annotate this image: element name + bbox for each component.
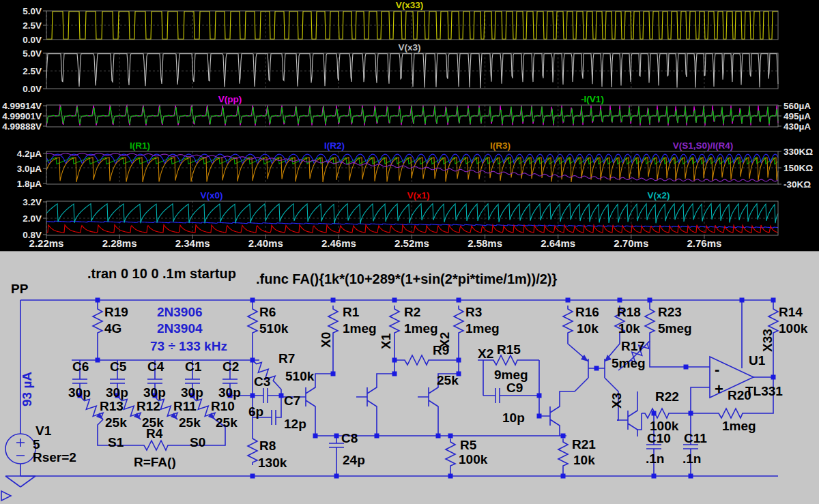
legend-V(x2)[interactable]: V(x2) (647, 190, 670, 201)
axis-tick: 4.99888V (2, 121, 42, 132)
component-label: 30p (143, 385, 166, 400)
ltspice-window: 5.0V2.5V0.0VV(x33)5.0V2.5V0.0VV(x3)4.999… (0, 0, 819, 504)
axis-tick: -30KΩ (784, 179, 811, 190)
axis-tick: 0.0V (23, 84, 42, 94)
axis-tick: 4.99901V (2, 111, 42, 121)
component-label: X0 (319, 332, 333, 348)
component-label: 130k (258, 456, 287, 470)
component-label: R=FA() (134, 455, 176, 469)
axis-tick: 2.5V (23, 66, 42, 76)
axis-tick: 3.2V (23, 197, 42, 207)
component-label: 510k (259, 321, 289, 336)
component-label: R8 (259, 439, 276, 453)
schematic-background (0, 251, 819, 504)
legend-V(x1)[interactable]: V(x1) (407, 190, 429, 201)
component-label: 10k (573, 453, 595, 467)
axis-tick: 330KΩ (784, 147, 813, 157)
component-label: S0 (190, 435, 205, 449)
component-label: TL331 (745, 384, 783, 398)
component-label: C11 (684, 431, 707, 445)
x-axis-tick: 2.46ms (321, 237, 356, 249)
component-label: R4 (146, 426, 163, 441)
axis-tick: 3.0µA (17, 164, 42, 174)
legend-V(S1,S0)/I(R4)[interactable]: V(S1,S0)/I(R4) (673, 140, 734, 151)
legend-V(x0)[interactable]: V(x0) (200, 190, 222, 201)
x-axis-tick: 2.52ms (394, 237, 429, 249)
axis-tick: 4.99914V (2, 101, 42, 111)
component-label: R21 (572, 437, 596, 451)
component-label: 30p (106, 385, 128, 400)
x-axis-tick: 2.22ms (29, 237, 64, 249)
axis-tick: 4.2µA (17, 149, 42, 159)
x-axis-tick: 2.40ms (248, 237, 283, 249)
component-label: R23 (658, 305, 682, 319)
component-label: R14 (779, 305, 803, 319)
component-label: R15 (497, 342, 521, 357)
component-label: R17 (621, 339, 645, 353)
component-label: 5 (33, 437, 40, 451)
component-label: 2N3906 (157, 305, 203, 319)
component-label: 1meg (722, 419, 756, 433)
component-label: X33 (760, 329, 775, 352)
x-axis-tick: 2.28ms (102, 237, 137, 249)
component-label: X2 (478, 346, 493, 361)
component-label: X3 (609, 393, 624, 409)
directive-tran[interactable]: .tran 0 10 0 .1m startup (87, 266, 236, 281)
component-label: R19 (104, 305, 128, 319)
axis-tick: 495µA (784, 111, 811, 121)
component-label: .1n (682, 451, 701, 466)
axis-tick: 5.0V (23, 6, 42, 16)
x-axis-tick: 2.34ms (175, 237, 210, 249)
legend-I(R3)[interactable]: I(R3) (490, 140, 511, 151)
legend--I(V1)[interactable]: -I(V1) (581, 94, 604, 104)
component-label: R12 (136, 399, 160, 413)
component-label: R7 (278, 351, 295, 366)
component-label: C9 (506, 381, 523, 395)
component-label: 5meg (658, 321, 692, 336)
directive-func[interactable]: .func FA(){1k*(10+289*(1+sin(2*pi*time/1… (256, 271, 557, 286)
x-axis-tick: 2.64ms (541, 237, 575, 249)
axis-tick: 0.0V (23, 35, 42, 45)
schematic-panel[interactable]: .tran 0 10 0 .1m startup .func FA(){1k*(… (0, 251, 819, 504)
axis-tick: 560µA (784, 101, 811, 111)
component-label: 12p (284, 417, 306, 431)
axis-tick: 150KΩ (784, 163, 813, 173)
component-label: C4 (147, 359, 164, 374)
component-label: R1 (343, 305, 360, 319)
x-axis-tick: 2.58ms (468, 237, 502, 249)
legend-V(x33)[interactable]: V(x33) (396, 0, 424, 10)
legend-I(R2)[interactable]: I(R2) (324, 140, 345, 151)
component-label: V1 (35, 424, 52, 438)
component-label: 5meg (612, 356, 646, 370)
component-label: 25k (216, 415, 238, 430)
component-label: 73 ÷ 133 kHz (150, 339, 227, 353)
component-label: R5 (460, 438, 477, 452)
component-label: R22 (655, 389, 679, 404)
component-label: R3 (465, 305, 482, 319)
component-label: C8 (341, 431, 358, 445)
component-label: R16 (575, 305, 599, 319)
component-label: C6 (72, 359, 89, 374)
component-label: 1meg (465, 321, 500, 336)
component-label: 25k (105, 415, 127, 430)
legend-I(R1)[interactable]: I(R1) (130, 140, 150, 151)
component-label: 10k (577, 321, 599, 336)
axis-tick: 2.0V (23, 213, 42, 224)
component-label: - (715, 361, 719, 378)
legend-V(pp)[interactable]: V(pp) (218, 94, 242, 104)
waveform-panel[interactable]: 5.0V2.5V0.0VV(x33)5.0V2.5V0.0VV(x3)4.999… (0, 0, 819, 251)
component-label: R18 (617, 305, 641, 319)
component-label: 510k (285, 369, 315, 383)
component-label: X1 (379, 333, 393, 349)
component-label: R11 (173, 399, 197, 413)
component-label: R6 (259, 305, 276, 319)
legend-V(x3)[interactable]: V(x3) (398, 42, 420, 53)
component-label: 1meg (404, 321, 438, 336)
net-label-pp[interactable]: PP (11, 282, 29, 296)
component-label: Rser=2 (33, 450, 76, 464)
component-label: C3 (254, 374, 270, 389)
component-label: 9meg (494, 368, 528, 382)
component-label: C5 (110, 359, 127, 374)
component-label: C2 (222, 359, 239, 374)
component-label: R2 (404, 305, 420, 319)
